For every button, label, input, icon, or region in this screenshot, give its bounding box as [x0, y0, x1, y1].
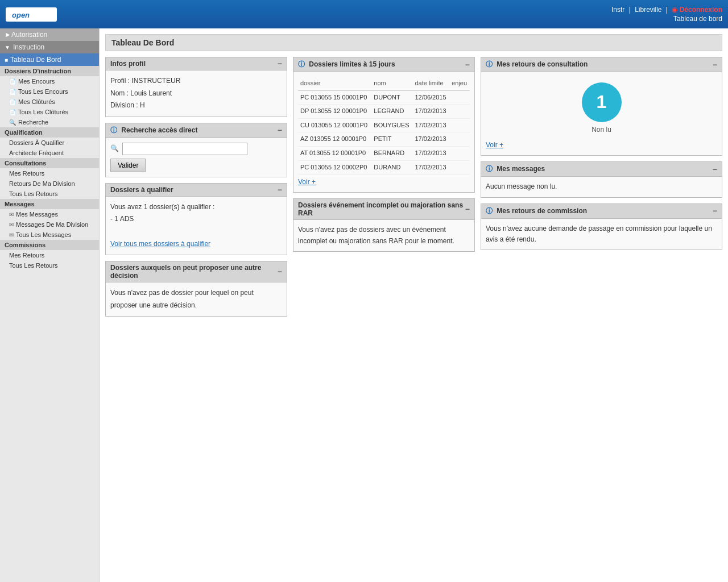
dossiers-limites-voir-plus[interactable]: Voir +: [298, 177, 316, 188]
sidebar-item-mes-clotures[interactable]: 📄 Mes Clôturés: [0, 97, 99, 107]
dossiers-limites-body: dossier nom date limite enjeu PC 013055 …: [293, 72, 474, 192]
cell-date: 17/02/2013: [412, 118, 449, 132]
cell-enjeu: [449, 118, 470, 132]
dossiers-limites-info-icon: ⓘ: [298, 60, 305, 68]
mes-messages-header: ⓘ Mes messages −: [481, 162, 722, 177]
sidebar-group-dossiers: Dossiers D'instruction: [0, 66, 99, 76]
widget-evenement-incomplet: Dossiers événement incomplet ou majorati…: [293, 198, 475, 251]
table-row[interactable]: AZ 013055 12 00001P0 PETIT 17/02/2013: [298, 132, 470, 147]
nav-libreville-link[interactable]: Libreville: [635, 6, 661, 14]
sidebar-item-mes-messages[interactable]: ✉ Mes Messages: [0, 209, 99, 219]
widget-dossiers-qualifier: Dossiers à qualifier − Vous avez 1 dossi…: [105, 183, 287, 255]
cell-enjeu: [449, 146, 470, 160]
sidebar-item-instruction[interactable]: ▼ Instruction: [0, 41, 99, 53]
tous-messages-icon: ✉: [9, 232, 14, 238]
sidebar-item-retours-ma-division[interactable]: Retours De Ma Division: [0, 178, 99, 189]
cell-nom: DURAND: [371, 160, 412, 174]
sidebar-item-dossiers-a-qualifier[interactable]: Dossiers À Qualifier: [0, 138, 99, 148]
dossiers-limites-collapse-btn[interactable]: −: [465, 61, 470, 69]
autre-decision-collapse-btn[interactable]: −: [278, 268, 282, 276]
sidebar-item-autorisation[interactable]: ► Autorisation: [0, 28, 99, 41]
sidebar-item-messages-ma-division[interactable]: ✉ Messages De Ma Division: [0, 219, 99, 230]
mes-retours-commission-body: Vous n'avez aucune demande de passage en…: [481, 219, 722, 250]
evenement-incomplet-collapse-btn[interactable]: −: [465, 205, 470, 213]
cell-nom: LEGRAND: [371, 105, 412, 119]
qualifier-link[interactable]: Voir tous mes dossiers à qualifier: [110, 240, 210, 248]
autorisation-arrow-icon: ►: [5, 31, 11, 39]
mes-messages-text: Aucun message non lu.: [486, 181, 717, 192]
widget-recherche-header: ⓘ Recherche accès direct −: [106, 123, 287, 138]
mes-retours-info-icon: ⓘ: [486, 60, 493, 68]
logo-image: openADS: [6, 7, 57, 22]
widget-mes-retours-commission: ⓘ Mes retours de commission − Vous n'ave…: [481, 203, 722, 250]
sidebar-item-commissions-tous-retours[interactable]: Tous Les Retours: [0, 260, 99, 271]
table-row[interactable]: PC 013055 15 00001P0 DUPONT 12/06/2015: [298, 90, 470, 105]
mes-messages-title: Mes messages: [497, 165, 545, 173]
cell-nom: BOUYGUES: [371, 118, 412, 132]
dashboard-col-left: Infos profil − Profil : INSTRUCTEUR Nom …: [105, 57, 287, 317]
retours-voir-plus[interactable]: Voir +: [486, 141, 503, 149]
mes-messages-icon: ✉: [9, 211, 14, 218]
dossiers-limites-header: ⓘ Dossiers limites à 15 jours −: [293, 57, 474, 72]
sidebar-item-commissions-mes-retours[interactable]: Mes Retours: [0, 250, 99, 260]
nav-instr-link[interactable]: Instr: [611, 6, 624, 14]
retours-badge: 1: [582, 82, 622, 122]
mes-retours-commission-info-icon: ⓘ: [486, 207, 493, 215]
autre-decision-body: Vous n'avez pas de dossier pour lequel o…: [106, 282, 287, 316]
recherche-collapse-btn[interactable]: −: [278, 126, 282, 134]
cell-dossier: AT 013055 12 00001P0: [298, 146, 371, 160]
search-input[interactable]: [122, 143, 247, 155]
header-tableau-label: Tableau de bord: [673, 15, 722, 23]
cell-enjeu: [449, 105, 470, 119]
sidebar-item-tous-les-encours[interactable]: 📄 Tous Les Encours: [0, 86, 99, 97]
table-row[interactable]: PC 013055 12 00002P0 DURAND 17/02/2013: [298, 160, 470, 174]
cell-date: 12/06/2015: [412, 90, 449, 105]
sidebar-item-tableau-de-bord[interactable]: ■ Tableau De Bord: [0, 53, 99, 66]
mes-retours-commission-text: Vous n'avez aucune demande de passage en…: [486, 223, 717, 245]
sidebar-item-tous-les-messages[interactable]: ✉ Tous Les Messages: [0, 230, 99, 240]
cell-date: 17/02/2013: [412, 160, 449, 174]
tableau-de-bord-icon: ■: [5, 57, 8, 63]
sidebar-group-commissions: Commissions: [0, 240, 99, 250]
sidebar-item-mes-encours[interactable]: 📄 Mes Encours: [0, 76, 99, 86]
mes-encours-icon: 📄: [9, 78, 16, 85]
nav-separator-2: |: [666, 6, 669, 14]
main-content: Tableau De Bord Infos profil − Profil : …: [100, 28, 728, 582]
sidebar-item-tous-les-retours[interactable]: Tous Les Retours: [0, 189, 99, 199]
autre-decision-title: Dossiers auxquels on peut proposer une a…: [110, 264, 278, 280]
mes-retours-body: 1 Non lu Voir +: [481, 72, 722, 155]
mes-retours-collapse-btn[interactable]: −: [713, 61, 717, 69]
messages-division-icon: ✉: [9, 222, 14, 228]
non-lu-text: Non lu: [486, 124, 717, 135]
qualifier-text1: Vous avez 1 dossier(s) à qualifier :: [110, 201, 282, 214]
cell-dossier: AZ 013055 12 00001P0: [298, 132, 371, 147]
table-row[interactable]: DP 013055 12 00001P0 LEGRAND 17/02/2013: [298, 105, 470, 119]
mes-clotures-icon: 📄: [9, 99, 16, 105]
mes-messages-body: Aucun message non lu.: [481, 177, 722, 197]
infos-profil-collapse-btn[interactable]: −: [278, 60, 282, 68]
recherche-title: Recherche accès direct: [121, 126, 197, 134]
cell-enjeu: [449, 90, 470, 105]
sidebar: ► Autorisation ▼ Instruction ■ Tableau D…: [0, 28, 100, 582]
sidebar-item-architecte-frequent[interactable]: Architecte Fréquent: [0, 148, 99, 158]
sidebar-item-recherche[interactable]: 🔍 Recherche: [0, 117, 99, 127]
qualifier-text2: - 1 ADS: [110, 213, 282, 226]
sidebar-item-tous-les-clotures[interactable]: 📄 Tous Les Clôturés: [0, 107, 99, 117]
mes-retours-commission-title: Mes retours de commission: [497, 207, 587, 215]
dossiers-limites-title: Dossiers limites à 15 jours: [309, 60, 395, 68]
sidebar-item-mes-retours[interactable]: Mes Retours: [0, 168, 99, 178]
nav-deconnexion-link[interactable]: Déconnexion: [680, 6, 722, 14]
search-icon: 🔍: [110, 143, 119, 154]
cell-nom: DUPONT: [371, 90, 412, 105]
app-header: openADS Instr | Libreville | ◉ Déconnexi…: [0, 0, 728, 28]
mes-messages-collapse-btn[interactable]: −: [713, 165, 717, 173]
valider-button[interactable]: Valider: [110, 159, 146, 172]
nav-deconnexion-icon: ◉: [672, 6, 679, 14]
table-row[interactable]: AT 013055 12 00001P0 BERNARD 17/02/2013: [298, 146, 470, 160]
cell-dossier: DP 013055 12 00001P0: [298, 105, 371, 119]
autorisation-label: Autorisation: [11, 31, 47, 39]
table-row[interactable]: CU 013055 12 00001P0 BOUYGUES 17/02/2013: [298, 118, 470, 132]
dashboard-col-middle: ⓘ Dossiers limites à 15 jours − dossier …: [293, 57, 475, 252]
mes-retours-commission-collapse-btn[interactable]: −: [713, 207, 717, 215]
dossiers-qualifier-collapse-btn[interactable]: −: [278, 186, 282, 194]
